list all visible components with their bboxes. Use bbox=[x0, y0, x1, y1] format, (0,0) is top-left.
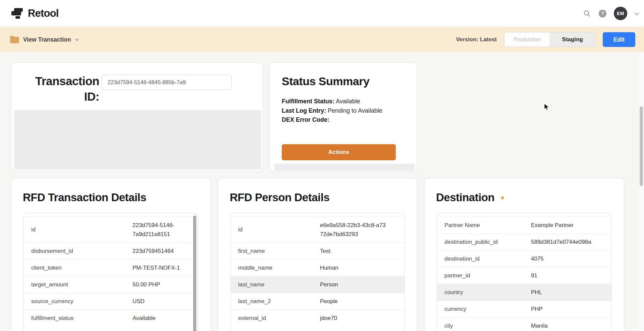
row-value: 91 bbox=[531, 271, 611, 280]
row-value: People bbox=[320, 297, 405, 306]
row-key: Partner Name bbox=[437, 221, 531, 230]
app-chevron-down-icon bbox=[75, 37, 78, 41]
row-key: fulfillment_status bbox=[24, 314, 132, 323]
table-row[interactable]: destination_id4075 bbox=[437, 250, 611, 267]
row-key: first_name bbox=[231, 247, 320, 256]
app-name: View Transaction bbox=[23, 36, 71, 43]
table-header-strip bbox=[437, 213, 611, 217]
rfd-person-details-title: RFD Person Details bbox=[230, 191, 329, 204]
row-key: last_name_2 bbox=[231, 297, 320, 306]
status-line-fulfillment: Fulfillment Status: Available bbox=[282, 97, 382, 106]
version-label: Version: Latest bbox=[456, 36, 497, 43]
row-key: id bbox=[231, 225, 320, 234]
top-bar: Retool ? EM bbox=[0, 0, 644, 27]
destination-panel: Destination Partner NameExample Partnerd… bbox=[424, 178, 624, 331]
table-row[interactable]: id223d7594-5146- 7a9d211a8151 bbox=[24, 217, 198, 242]
row-key: partner_id bbox=[437, 271, 531, 280]
table-row[interactable]: target_amount50.00 PHP bbox=[24, 276, 198, 293]
status-label: Last Log Entry: bbox=[282, 107, 326, 114]
row-key: external_id bbox=[231, 314, 320, 323]
table-header-strip bbox=[24, 213, 198, 217]
transaction-id-heading-line1: Transaction bbox=[15, 73, 99, 89]
env-production-button[interactable]: Production bbox=[504, 33, 550, 47]
row-value: Person bbox=[320, 280, 405, 289]
mouse-cursor bbox=[544, 103, 550, 113]
row-key: city bbox=[437, 322, 531, 330]
environment-toggle: Production Staging bbox=[504, 32, 595, 47]
page-scrollbar-thumb[interactable] bbox=[640, 106, 643, 186]
row-value: USD bbox=[132, 297, 198, 306]
table-row[interactable]: ide6e9a558-22b3-43c8-a73 72de7bd63293 bbox=[231, 217, 405, 242]
table-scrollbar-track[interactable] bbox=[193, 214, 198, 331]
row-value: PM-TEST-NOFX-1 bbox=[132, 263, 198, 272]
table-row[interactable]: countryPHL bbox=[437, 284, 611, 300]
status-value: Pending to Available bbox=[328, 107, 382, 114]
row-key: middle_name bbox=[231, 264, 320, 272]
retool-logo: Retool bbox=[11, 7, 59, 20]
row-key: destination_id bbox=[437, 255, 531, 263]
row-value: Human bbox=[320, 263, 405, 272]
rfd-person-details-panel: RFD Person Details ide6e9a558-22b3-43c8-… bbox=[218, 178, 417, 331]
table-row[interactable]: external_idjdoe70 bbox=[231, 310, 405, 326]
row-key: destination_public_id bbox=[437, 238, 531, 246]
status-summary-lines: Fulfillment Status: Available Last Log E… bbox=[282, 97, 382, 125]
retool-logo-icon bbox=[11, 7, 24, 20]
destination-title: Destination bbox=[436, 191, 494, 204]
table-row[interactable]: first_nameTest bbox=[231, 242, 405, 259]
status-line-dex: DEX Error Code: bbox=[282, 115, 382, 125]
table-header-strip bbox=[231, 213, 405, 217]
row-value: Test bbox=[320, 246, 405, 256]
search-icon[interactable] bbox=[583, 9, 591, 18]
row-key: currency bbox=[437, 305, 531, 314]
app-toolbar: View Transaction Version: Latest Product… bbox=[0, 27, 644, 52]
row-value: PHL bbox=[531, 288, 611, 297]
status-value: Available bbox=[336, 98, 360, 105]
folder-icon bbox=[10, 36, 19, 43]
edit-button[interactable]: Edit bbox=[603, 32, 635, 47]
status-label: Fulfillment Status: bbox=[282, 98, 334, 105]
row-value: e6e9a558-22b3-43c8-a73 72de7bd63293 bbox=[320, 221, 405, 239]
avatar[interactable]: EM bbox=[614, 7, 627, 20]
help-icon[interactable]: ? bbox=[599, 10, 606, 17]
page-scrollbar-track[interactable] bbox=[638, 52, 644, 331]
status-line-lastlog: Last Log Entry: Pending to Available bbox=[282, 106, 382, 116]
redacted-block bbox=[14, 110, 261, 170]
row-value: jdoe70 bbox=[320, 314, 405, 323]
table-row[interactable]: partner_id91 bbox=[437, 267, 611, 284]
table-row[interactable]: middle_nameHuman bbox=[231, 259, 405, 276]
table-row[interactable]: source_currencyUSD bbox=[24, 293, 198, 310]
row-value: Available bbox=[132, 314, 198, 323]
row-key: id bbox=[24, 225, 132, 234]
table-row[interactable]: last_namePerson bbox=[231, 276, 405, 293]
table-row[interactable]: currencyPHP bbox=[437, 300, 611, 317]
status-summary-panel: Status Summary Fulfillment Status: Avail… bbox=[269, 62, 417, 171]
actions-button[interactable]: Actions bbox=[282, 144, 396, 160]
status-summary-title: Status Summary bbox=[282, 75, 369, 88]
table-row[interactable]: Partner NameExample Partner bbox=[437, 217, 611, 233]
row-value: 4075 bbox=[531, 254, 611, 263]
row-value: 589d381d7e0744e098a bbox=[531, 237, 611, 246]
table-row[interactable]: cityManila bbox=[437, 317, 611, 331]
table-row[interactable]: client_tokenPM-TEST-NOFX-1 bbox=[24, 259, 198, 276]
transaction-id-input[interactable] bbox=[102, 75, 232, 90]
env-staging-button[interactable]: Staging bbox=[550, 33, 595, 47]
row-key: disbursement_id bbox=[24, 247, 132, 256]
sparkle-icon bbox=[501, 197, 504, 199]
account-chevron-down-icon[interactable] bbox=[634, 11, 639, 15]
table-row[interactable]: fulfillment_statusAvailable bbox=[24, 310, 198, 326]
app-switcher[interactable]: View Transaction bbox=[10, 27, 78, 52]
row-key: source_currency bbox=[24, 297, 132, 306]
table-row[interactable]: disbursement_id223d759451464 bbox=[24, 242, 198, 259]
row-value: Manila bbox=[531, 321, 611, 330]
table-row[interactable]: destination_public_id589d381d7e0744e098a bbox=[437, 233, 611, 250]
table-row[interactable]: last_name_2People bbox=[231, 293, 405, 310]
rfd-transaction-details-title: RFD Transaction Details bbox=[23, 191, 146, 204]
redacted-strip bbox=[274, 164, 415, 170]
rfd-person-details-table: ide6e9a558-22b3-43c8-a73 72de7bd63293fir… bbox=[230, 213, 405, 331]
row-key: country bbox=[437, 288, 531, 297]
row-value: 223d759451464 bbox=[132, 246, 198, 256]
row-value: 223d7594-5146- 7a9d211a8151 bbox=[132, 221, 198, 239]
table-scrollbar-thumb[interactable] bbox=[193, 216, 196, 331]
transaction-id-heading: Transaction ID: bbox=[15, 73, 99, 104]
rfd-transaction-details-panel: RFD Transaction Details id223d7594-5146-… bbox=[11, 178, 211, 331]
